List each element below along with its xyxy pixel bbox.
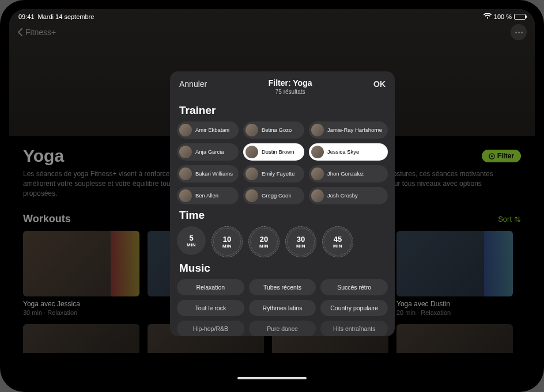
avatar (311, 168, 324, 180)
avatar (311, 146, 324, 158)
modal-subtitle: 75 résultats (207, 89, 373, 95)
music-chip[interactable]: Hip-hop/R&B (177, 321, 244, 336)
music-chip[interactable]: Relaxation (177, 279, 244, 295)
trainer-name: Jhon Gonzalez (327, 171, 364, 177)
music-grid: RelaxationTubes récentsSuccès rétroTout … (177, 279, 388, 336)
trainer-chip[interactable]: Josh Crosby (309, 187, 388, 204)
music-chip[interactable]: Pure dance (249, 321, 316, 336)
trainer-chip[interactable]: Betina Gozo (243, 121, 304, 139)
time-chip[interactable]: 10MIN (211, 226, 243, 257)
time-chip[interactable]: 5MIN (177, 226, 206, 255)
music-chip[interactable]: Hits entraînants (320, 321, 388, 336)
time-value: 5 (189, 234, 193, 242)
trainer-grid: Amir EkbataniBetina GozoJamie-Ray Hartsh… (177, 121, 388, 204)
time-chip[interactable]: 30MIN (285, 226, 316, 257)
trainer-name: Josh Crosby (327, 193, 358, 199)
avatar (245, 189, 258, 202)
status-bar: 09:41 Mardi 14 septembre 100 % (9, 9, 535, 22)
time-unit: MIN (187, 242, 196, 248)
screen: 09:41 Mardi 14 septembre 100 % Fitness+ (9, 9, 535, 383)
avatar (179, 146, 192, 158)
trainer-name: Anja Garcia (195, 149, 224, 155)
trainer-chip[interactable]: Gregg Cook (243, 187, 304, 204)
trainer-chip[interactable]: Bakari Williams (177, 165, 239, 182)
music-chip[interactable]: Tubes récents (249, 279, 316, 295)
trainer-name: Bakari Williams (195, 171, 233, 177)
avatar (311, 124, 324, 136)
music-chip[interactable]: Country populaire (320, 300, 388, 316)
trainer-name: Amir Ekbatani (195, 127, 229, 133)
status-time: 09:41 (18, 13, 35, 20)
modal-body[interactable]: Trainer Amir EkbataniBetina GozoJamie-Ra… (170, 100, 395, 336)
trainer-chip[interactable]: Anja Garcia (177, 143, 239, 161)
avatar (245, 146, 258, 158)
ok-button[interactable]: OK (373, 78, 386, 89)
trainer-chip[interactable]: Emily Fayette (243, 165, 304, 182)
avatar (179, 124, 192, 136)
status-date: Mardi 14 septembre (38, 13, 95, 20)
time-heading: Time (179, 209, 388, 222)
music-heading: Music (179, 262, 388, 275)
avatar (245, 124, 258, 136)
music-chip[interactable]: Succès rétro (320, 279, 388, 295)
battery-icon (514, 14, 526, 20)
trainer-chip[interactable]: Dustin Brown (243, 143, 304, 161)
trainer-name: Jamie-Ray Hartshorne (327, 127, 382, 133)
wifi-icon (483, 13, 492, 21)
trainer-chip[interactable]: Jessica Skye (309, 143, 388, 161)
modal-title: Filter: Yoga (207, 78, 373, 87)
avatar (245, 168, 258, 180)
trainer-chip[interactable]: Jhon Gonzalez (309, 165, 388, 182)
trainer-chip[interactable]: Amir Ekbatani (177, 121, 239, 139)
avatar (311, 189, 324, 202)
trainer-name: Jessica Skye (327, 149, 359, 155)
trainer-name: Dustin Brown (262, 149, 294, 155)
music-chip[interactable]: Rythmes latins (249, 300, 316, 316)
trainer-name: Emily Fayette (262, 171, 295, 177)
time-chip[interactable]: 45MIN (322, 226, 353, 257)
trainer-name: Ben Allen (195, 193, 218, 199)
filter-modal: Annuler Filter: Yoga 75 résultats OK Tra… (170, 71, 395, 336)
battery-percent: 100 % (494, 13, 512, 20)
avatar (179, 189, 192, 202)
cancel-button[interactable]: Annuler (179, 78, 207, 89)
trainer-heading: Trainer (179, 104, 388, 117)
time-row: 5MIN10MIN20MIN30MIN45MIN (177, 226, 388, 257)
avatar (179, 168, 192, 180)
music-chip[interactable]: Tout le rock (177, 300, 244, 316)
ipad-frame: 09:41 Mardi 14 septembre 100 % Fitness+ (0, 0, 544, 392)
trainer-chip[interactable]: Jamie-Ray Hartshorne (309, 121, 388, 139)
trainer-name: Gregg Cook (262, 193, 291, 199)
home-indicator[interactable] (237, 377, 307, 379)
time-chip[interactable]: 20MIN (248, 226, 279, 257)
modal-header: Annuler Filter: Yoga 75 résultats OK (170, 71, 395, 100)
trainer-chip[interactable]: Ben Allen (177, 187, 239, 204)
trainer-name: Betina Gozo (262, 127, 292, 133)
